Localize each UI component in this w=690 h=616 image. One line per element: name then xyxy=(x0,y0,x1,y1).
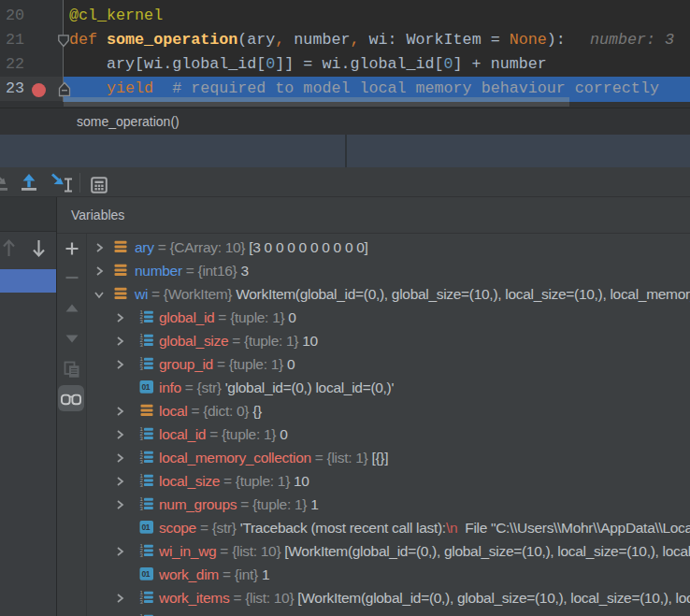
svg-text:3: 3 xyxy=(139,319,143,324)
svg-text:3: 3 xyxy=(139,436,143,441)
svg-text:3: 3 xyxy=(139,506,143,511)
svg-text:3: 3 xyxy=(139,482,143,488)
svg-text:3: 3 xyxy=(139,365,143,371)
svg-text:01: 01 xyxy=(141,523,150,532)
svg-text:01: 01 xyxy=(141,382,150,392)
svg-text:3: 3 xyxy=(139,552,143,558)
svg-text:3: 3 xyxy=(139,459,143,465)
svg-text:3: 3 xyxy=(139,599,143,605)
svg-text:01: 01 xyxy=(141,569,150,579)
svg-text:3: 3 xyxy=(139,342,143,348)
